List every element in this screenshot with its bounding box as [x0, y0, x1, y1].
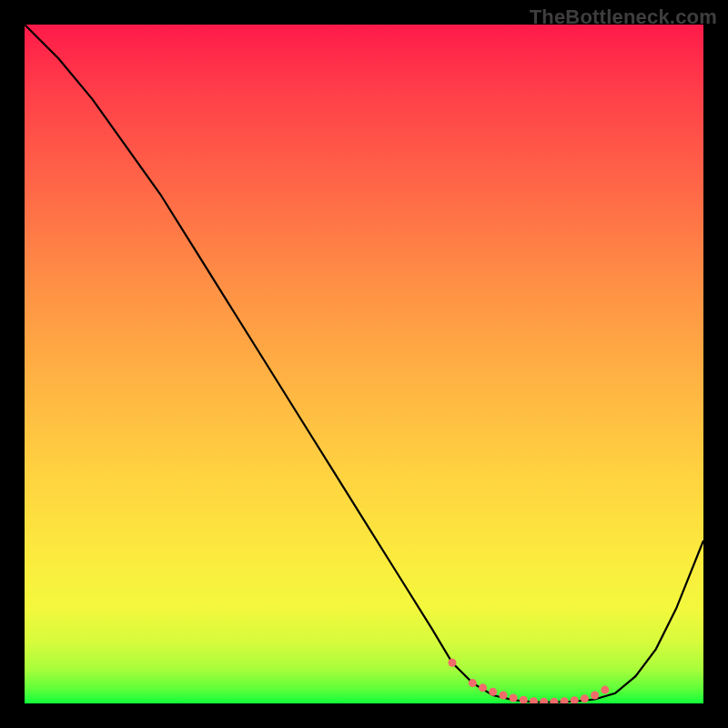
- highlight-dot: [571, 696, 579, 703]
- highlight-dot: [489, 688, 497, 696]
- highlight-dot: [591, 692, 599, 700]
- highlight-dot: [530, 697, 538, 703]
- highlight-dot: [479, 683, 487, 692]
- highlight-dot: [448, 659, 456, 667]
- watermark-text: TheBottleneck.com: [530, 5, 717, 29]
- highlight-dot: [510, 694, 518, 703]
- chart-container: TheBottleneck.com: [0, 0, 728, 728]
- curve-svg: [25, 25, 703, 703]
- highlight-dot: [499, 692, 507, 700]
- highlight-dot: [540, 698, 548, 703]
- highlight-dot: [520, 696, 528, 703]
- highlight-dots: [448, 659, 609, 703]
- main-curve: [25, 25, 703, 703]
- highlight-dot: [601, 686, 609, 694]
- highlight-dot: [581, 694, 589, 703]
- plot-area: [25, 25, 703, 703]
- highlight-dot: [550, 698, 558, 703]
- highlight-dot: [561, 697, 569, 703]
- highlight-dot: [469, 679, 477, 687]
